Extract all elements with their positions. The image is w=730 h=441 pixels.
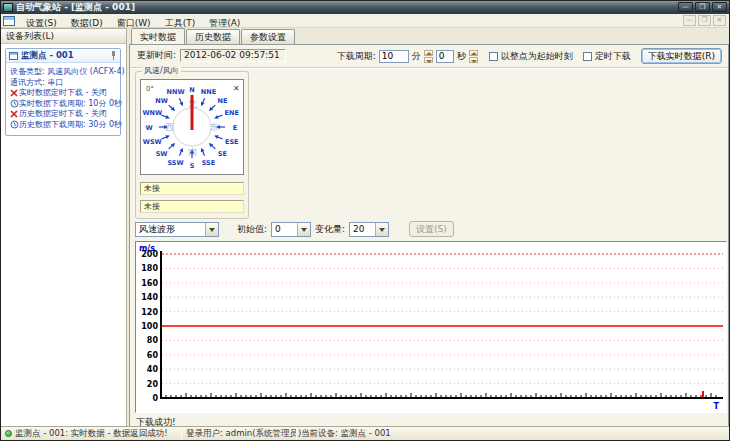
svg-text:WNW: WNW bbox=[142, 109, 162, 117]
svg-text:E: E bbox=[233, 124, 237, 132]
device-info-line-1: 通讯方式: 串口 bbox=[10, 78, 118, 89]
wind-groupbox: 风速/风向 0°✕北东南西NNNENEENEEESESESSESSSWSWWSW… bbox=[135, 71, 249, 219]
app-icon bbox=[3, 3, 13, 12]
chevron-down-icon[interactable] bbox=[297, 223, 310, 236]
delta-label: 变化量: bbox=[315, 223, 345, 236]
initial-value-select[interactable]: 0 bbox=[271, 222, 311, 237]
svg-text:NE: NE bbox=[217, 97, 227, 105]
settings-button[interactable]: 设置(S) bbox=[409, 221, 454, 237]
initial-value: 0 bbox=[275, 224, 281, 234]
svg-text:160: 160 bbox=[141, 279, 158, 288]
waveform-select[interactable]: 风速波形 bbox=[135, 222, 219, 237]
realtime-data-panel: 更新时间: 2012-06-02 09:57:51 下载周期: 10 分 0 秒… bbox=[129, 44, 729, 427]
svg-text:NW: NW bbox=[155, 97, 168, 105]
disabled-x-icon bbox=[10, 89, 19, 98]
seconds-stepper[interactable] bbox=[469, 50, 478, 63]
svg-text:✕: ✕ bbox=[233, 84, 240, 93]
device-card-header[interactable]: 监测点 - 001 bbox=[6, 49, 120, 63]
svg-text:200: 200 bbox=[141, 250, 158, 259]
svg-text:0°: 0° bbox=[146, 85, 154, 93]
mdi-window-controls: —❐✕ bbox=[683, 15, 726, 26]
device-info-text: 历史数据下载周期: 30分 0秒 bbox=[19, 120, 122, 131]
clock-icon bbox=[10, 99, 19, 108]
svg-text:0: 0 bbox=[152, 394, 158, 403]
svg-text:ESE: ESE bbox=[225, 138, 239, 146]
chevron-down-icon[interactable] bbox=[205, 223, 218, 236]
seconds-input[interactable]: 0 bbox=[436, 50, 454, 63]
delta-value: 20 bbox=[353, 224, 364, 234]
chart-svg: m/s020406080100120140160180200T bbox=[136, 242, 726, 412]
svg-text:80: 80 bbox=[147, 336, 159, 345]
mdi-restore-icon[interactable]: ❐ bbox=[698, 15, 711, 26]
status-device-segment: 当前设备: 监测点 - 001 bbox=[297, 427, 395, 440]
timed-download-label: 定时下载 bbox=[595, 50, 631, 63]
svg-text:40: 40 bbox=[147, 365, 159, 374]
update-time-value: 2012-06-02 09:57:51 bbox=[180, 49, 286, 62]
close-icon[interactable]: ✕ bbox=[712, 2, 727, 12]
wind-group-title: 风速/风向 bbox=[142, 66, 181, 76]
minutes-stepper[interactable] bbox=[424, 50, 433, 63]
align-start-label: 以整点为起始时刻 bbox=[501, 50, 573, 63]
svg-text:180: 180 bbox=[141, 264, 158, 273]
svg-text:140: 140 bbox=[141, 293, 158, 302]
wind-compass: 0°✕北东南西NNNENEENEEESESESSESSSWSWWSWWWNWNW… bbox=[140, 79, 244, 175]
device-info-text: 实时数据下载周期: 10分 0秒 bbox=[19, 99, 122, 110]
timed-download-checkbox[interactable] bbox=[583, 52, 592, 61]
delta-select[interactable]: 20 bbox=[349, 222, 389, 237]
initial-value-label: 初始值: bbox=[237, 223, 267, 236]
menu-item-1[interactable]: 数据(D) bbox=[64, 18, 110, 28]
svg-text:ENE: ENE bbox=[225, 109, 239, 117]
update-time-label: 更新时间: bbox=[137, 49, 176, 62]
tab-1[interactable]: 历史数据 bbox=[186, 29, 240, 44]
svg-text:120: 120 bbox=[141, 308, 158, 317]
clock-icon bbox=[10, 120, 19, 129]
svg-text:WSW: WSW bbox=[143, 138, 162, 146]
disabled-x-icon bbox=[10, 89, 19, 98]
device-icon bbox=[9, 52, 18, 60]
menu-item-0[interactable]: 设置(S) bbox=[19, 18, 64, 28]
chevron-down-icon[interactable] bbox=[375, 223, 388, 236]
disabled-x-icon bbox=[10, 110, 19, 119]
device-list-header: 设备列表(L) bbox=[1, 29, 126, 44]
device-info-text: 通讯方式: 串口 bbox=[10, 78, 63, 89]
svg-text:SE: SE bbox=[218, 150, 227, 158]
disabled-x-icon bbox=[10, 110, 19, 119]
menu-item-3[interactable]: 工具(T) bbox=[158, 18, 203, 28]
minutes-input[interactable]: 10 bbox=[379, 50, 409, 63]
pin-icon[interactable] bbox=[110, 51, 117, 60]
status-user-segment: 登录用户: admin(系统管理员) bbox=[182, 427, 296, 440]
align-start-checkbox[interactable] bbox=[489, 52, 498, 61]
toolbar-separator bbox=[130, 67, 728, 69]
seconds-unit-label: 秒 bbox=[457, 50, 466, 63]
device-info-text: 历史数据定时下载 - 关闭 bbox=[19, 109, 107, 120]
mdi-child-icon[interactable] bbox=[3, 16, 15, 26]
download-period-label: 下载周期: bbox=[337, 50, 376, 63]
device-info-line-4: 历史数据定时下载 - 关闭 bbox=[10, 109, 118, 120]
menu-item-4[interactable]: 管理(A) bbox=[202, 18, 247, 28]
maximize-icon[interactable]: ❐ bbox=[695, 2, 710, 12]
svg-text:NNE: NNE bbox=[201, 88, 216, 96]
waveform-select-value: 风速波形 bbox=[139, 223, 175, 236]
svg-text:SSE: SSE bbox=[202, 159, 216, 167]
svg-text:N: N bbox=[189, 86, 194, 94]
app-window: 自动气象站 - [监测点 - 001] — ❐ ✕ 设置(S)数据(D)窗口(W… bbox=[0, 0, 730, 441]
main-area: 实时数据历史数据参数设置 更新时间: 2012-06-02 09:57:51 下… bbox=[128, 28, 730, 428]
svg-text:T: T bbox=[714, 402, 720, 411]
minutes-unit-label: 分 bbox=[412, 50, 421, 63]
svg-text:SW: SW bbox=[156, 150, 168, 158]
mdi-close-icon[interactable]: ✕ bbox=[713, 15, 726, 26]
menu-item-2[interactable]: 窗口(W) bbox=[110, 18, 158, 28]
wind-speed-field: 未接 bbox=[140, 182, 244, 195]
minimize-icon[interactable]: — bbox=[678, 2, 693, 12]
device-card[interactable]: 监测点 - 001 设备类型: 风速风向仪 (ACFX-4)通讯方式: 串口实时… bbox=[5, 48, 121, 136]
logged-in-user: 登录用户: admin(系统管理员) bbox=[186, 428, 301, 440]
svg-text:SSW: SSW bbox=[167, 159, 183, 167]
window-controls: — ❐ ✕ bbox=[678, 2, 727, 12]
tab-2[interactable]: 参数设置 bbox=[241, 29, 295, 44]
svg-text:100: 100 bbox=[141, 322, 158, 331]
mdi-minimize-icon[interactable]: — bbox=[683, 15, 696, 26]
tab-0[interactable]: 实时数据 bbox=[131, 28, 185, 44]
wind-speed-chart: m/s020406080100120140160180200T bbox=[135, 241, 727, 413]
download-controls: 下载周期: 10 分 0 秒 以整点为起始时刻 定时下载 下载实时数据(R) bbox=[337, 48, 722, 64]
download-realtime-button[interactable]: 下载实时数据(R) bbox=[641, 48, 722, 64]
